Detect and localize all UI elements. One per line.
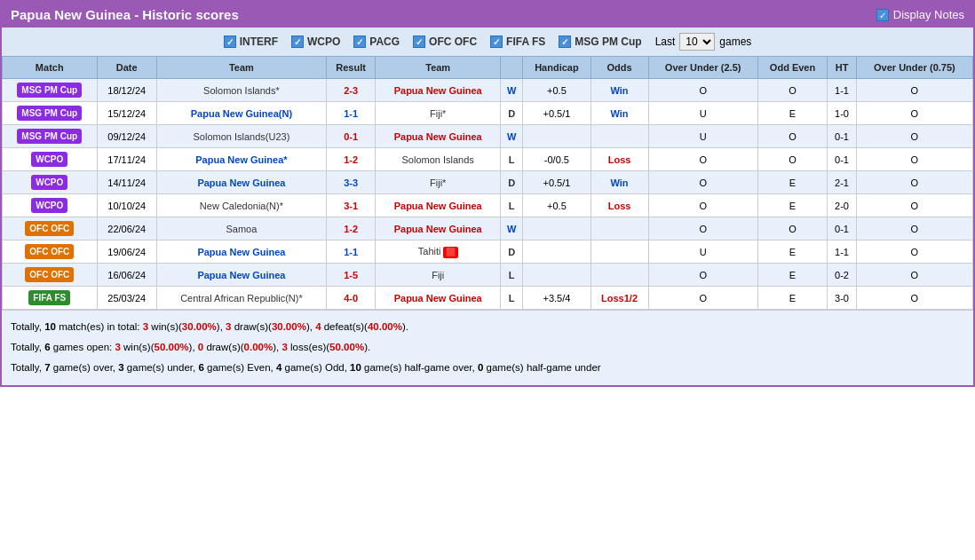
match-badge: FIFA FS (28, 290, 70, 305)
match-outcome: L (501, 264, 523, 287)
team2-name[interactable]: Tahiti🟥 (376, 241, 501, 264)
filter-interf[interactable]: ✓ INTERF (224, 35, 278, 48)
team1-name[interactable]: Papua New Guinea(N) (156, 102, 326, 125)
games-label: games (719, 35, 751, 48)
match-handicap (523, 264, 591, 287)
odd-even: O (757, 148, 828, 171)
team2-name[interactable]: Papua New Guinea (376, 287, 501, 310)
ht-score: 3-0 (828, 287, 856, 310)
over-under-075: O (856, 264, 972, 287)
match-score: 2-3 (326, 79, 376, 102)
match-score: 1-1 (326, 102, 376, 125)
table-row: MSG PM Cup18/12/24Solomon Islands*2-3Pap… (3, 79, 973, 102)
match-handicap (523, 217, 591, 241)
team2-name[interactable]: Fiji (376, 264, 501, 287)
open-wins: 3 (115, 342, 120, 352)
team2-name[interactable]: Solomon Islands (376, 148, 501, 171)
over-under-075: O (856, 79, 972, 102)
summary-line-2: Totally, 6 games open: 3 win(s)(50.00%),… (11, 338, 964, 357)
interf-checkbox[interactable]: ✓ (224, 35, 236, 48)
ht-score: 0-1 (828, 125, 856, 148)
team1-name[interactable]: Solomon Islands* (156, 79, 326, 102)
ofc-checkbox[interactable]: ✓ (413, 35, 425, 48)
team1-name[interactable]: Papua New Guinea (156, 241, 326, 264)
team2-name[interactable]: Papua New Guinea (376, 194, 501, 217)
match-badge: OFC OFC (25, 267, 74, 282)
team2-name[interactable]: Papua New Guinea (376, 125, 501, 148)
pacg-checkbox[interactable]: ✓ (353, 35, 366, 48)
filter-wcpo[interactable]: ✓ WCPO (291, 35, 340, 48)
team1-name[interactable]: Solomon Islands(U23) (156, 125, 326, 148)
over-under-075: O (856, 194, 972, 217)
odd-even: E (757, 171, 828, 194)
msg-label: MSG PM Cup (575, 35, 641, 48)
last-count-select[interactable]: 10 20 30 (679, 33, 715, 51)
filter-msg[interactable]: ✓ MSG PM Cup (559, 35, 641, 48)
match-handicap: -0/0.5 (523, 148, 591, 171)
match-date: 19/06/24 (97, 241, 156, 264)
team2-name[interactable]: Fiji* (376, 171, 501, 194)
match-outcome: D (501, 102, 523, 125)
odd-even: O (757, 79, 828, 102)
col-oe: Odd Even (757, 57, 828, 79)
msg-checkbox[interactable]: ✓ (559, 35, 571, 48)
team1-name[interactable]: Central African Republic(N)* (156, 287, 326, 310)
team1-name[interactable]: New Caledonia(N)* (156, 194, 326, 217)
table-row: MSG PM Cup15/12/24Papua New Guinea(N)1-1… (3, 102, 973, 125)
over-under-25: U (648, 241, 757, 264)
over-under-25: O (648, 217, 757, 241)
match-badge-cell: WCPO (3, 148, 98, 171)
ofc-label: OFC OFC (429, 35, 477, 48)
match-odds: Loss (591, 194, 648, 217)
filter-fifa[interactable]: ✓ FIFA FS (490, 35, 545, 48)
col-date: Date (97, 57, 156, 79)
over-under-075: O (856, 171, 972, 194)
over-under-075: O (856, 287, 972, 310)
team1-name[interactable]: Papua New Guinea (156, 171, 326, 194)
match-score: 1-2 (326, 217, 376, 241)
draws-pct: 30.00% (272, 321, 306, 332)
team2-name[interactable]: Papua New Guinea (376, 217, 501, 241)
team2-name[interactable]: Papua New Guinea (376, 79, 501, 102)
col-team1: Team (156, 57, 326, 79)
total-matches: 10 (44, 321, 56, 332)
match-handicap: +0.5 (523, 194, 591, 217)
ht-score: 0-2 (828, 264, 856, 287)
match-outcome: D (501, 171, 523, 194)
display-notes-checkbox[interactable]: ✓ (876, 9, 889, 21)
match-outcome: W (501, 79, 523, 102)
total-defeats: 4 (315, 321, 321, 332)
ht-score: 2-0 (828, 194, 856, 217)
match-score: 1-5 (326, 264, 376, 287)
wcpo-label: WCPO (307, 35, 340, 48)
match-odds: Win (591, 79, 648, 102)
filter-pacg[interactable]: ✓ PACG (353, 35, 400, 48)
team1-name[interactable]: Papua New Guinea* (156, 148, 326, 171)
red-card-icon: 🟥 (443, 247, 458, 259)
team1-name[interactable]: Papua New Guinea (156, 264, 326, 287)
match-outcome: W (501, 125, 523, 148)
over-under-075: O (856, 102, 972, 125)
over-under-075: O (856, 125, 972, 148)
match-handicap (523, 125, 591, 148)
fifa-checkbox[interactable]: ✓ (490, 35, 503, 48)
match-badge: MSG PM Cup (17, 106, 82, 121)
table-row: WCPO17/11/24Papua New Guinea*1-2Solomon … (3, 148, 973, 171)
team1-name[interactable]: Samoa (156, 217, 326, 241)
fifa-label: FIFA FS (506, 35, 545, 48)
match-handicap: +0.5/1 (523, 171, 591, 194)
match-outcome: L (501, 194, 523, 217)
table-row: OFC OFC19/06/24Papua New Guinea1-1Tahiti… (3, 241, 973, 264)
col-ou25: Over Under (2.5) (648, 57, 757, 79)
interf-label: INTERF (240, 35, 278, 48)
table-row: FIFA FS25/03/24Central African Republic(… (3, 287, 973, 310)
match-score: 0-1 (326, 125, 376, 148)
filter-ofc[interactable]: ✓ OFC OFC (413, 35, 477, 48)
wcpo-checkbox[interactable]: ✓ (291, 35, 304, 48)
match-score: 1-1 (326, 241, 376, 264)
odd-even: E (757, 102, 828, 125)
display-notes-area: ✓ Display Notes (876, 8, 964, 21)
team2-name[interactable]: Fiji* (376, 102, 501, 125)
match-date: 14/11/24 (97, 171, 156, 194)
match-badge-cell: OFC OFC (3, 241, 98, 264)
